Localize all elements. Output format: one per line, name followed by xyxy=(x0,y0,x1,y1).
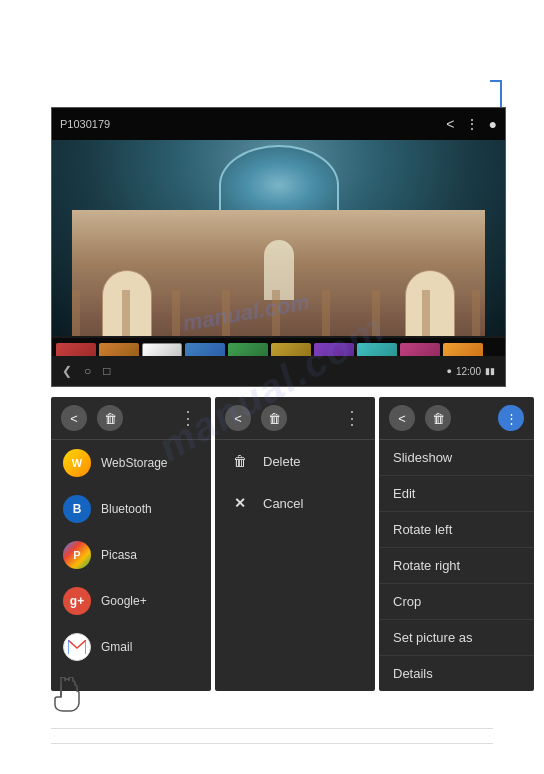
bottom-section xyxy=(51,677,493,744)
delete-header-icon[interactable]: 🗑 xyxy=(97,405,123,431)
bottom-status: ● 12:00 ▮▮ xyxy=(447,366,495,377)
share-icon[interactable]: < xyxy=(446,116,454,132)
set-picture-as-item[interactable]: Set picture as xyxy=(379,620,534,656)
share-menu: < 🗑 ⋮ W WebStorage B Bluetooth P Picasa xyxy=(51,397,211,691)
status-bar-icons: ● xyxy=(447,366,452,376)
googleplus-item[interactable]: g+ Google+ xyxy=(51,578,211,624)
share-header-icon-2[interactable]: < xyxy=(225,405,251,431)
bluetooth-icon: B xyxy=(63,495,91,523)
webstorage-icon: W xyxy=(63,449,91,477)
gallery-bottom-bar: ❮ ○ □ ● 12:00 ▮▮ xyxy=(52,356,505,386)
cancel-action-icon: ✕ xyxy=(229,492,251,514)
home-nav-icon[interactable]: ○ xyxy=(84,364,91,378)
gallery-viewer: P1030179 < ⋮ ● manual.com xyxy=(51,107,506,387)
delete-header-icon-2[interactable]: 🗑 xyxy=(261,405,287,431)
edit-item[interactable]: Edit xyxy=(379,476,534,512)
cathedral-image: manual.com xyxy=(52,140,505,336)
bluetooth-label: Bluetooth xyxy=(101,502,152,516)
share-header-icon-3[interactable]: < xyxy=(389,405,415,431)
googleplus-icon: g+ xyxy=(63,587,91,615)
main-container: manual.com P1030179 < ⋮ ● manual.com xyxy=(0,0,544,774)
more-menu: < 🗑 ⋮ Slideshow Edit Rotate left Rotate … xyxy=(379,397,534,691)
cathedral-walls xyxy=(72,210,485,336)
more-header-icon[interactable]: ⋮ xyxy=(175,405,201,431)
delete-label: Delete xyxy=(263,454,301,469)
googleplus-label: Google+ xyxy=(101,594,147,608)
bottom-divider xyxy=(51,743,493,744)
webstorage-label: WebStorage xyxy=(101,456,168,470)
gmail-item[interactable]: Gmail xyxy=(51,624,211,670)
rotate-right-item[interactable]: Rotate right xyxy=(379,548,534,584)
more-header-icon-2[interactable]: ⋮ xyxy=(339,405,365,431)
cancel-action-item[interactable]: ✕ Cancel xyxy=(215,482,375,524)
rotate-left-item[interactable]: Rotate left xyxy=(379,512,534,548)
slideshow-item[interactable]: Slideshow xyxy=(379,440,534,476)
webstorage-item[interactable]: W WebStorage xyxy=(51,440,211,486)
popup-menus: < 🗑 ⋮ W WebStorage B Bluetooth P Picasa xyxy=(51,397,534,691)
vertical-dots-icon[interactable]: ⋮ xyxy=(465,116,479,132)
bottom-nav-icons: ❮ ○ □ xyxy=(62,364,111,378)
gallery-title: P1030179 xyxy=(60,118,110,130)
share-menu-header: < 🗑 ⋮ xyxy=(51,397,211,440)
cancel-label: Cancel xyxy=(263,496,303,511)
hand-icon-row xyxy=(51,677,493,729)
delete-menu-header: < 🗑 ⋮ xyxy=(215,397,375,440)
more-icon[interactable]: ● xyxy=(489,116,497,132)
status-time: 12:00 xyxy=(456,366,481,377)
annotation-arrow xyxy=(490,80,502,110)
delete-menu: < 🗑 ⋮ 🗑 Delete ✕ Cancel xyxy=(215,397,375,691)
recents-nav-icon[interactable]: □ xyxy=(103,364,110,378)
gallery-toolbar: P1030179 < ⋮ ● xyxy=(52,108,505,140)
hand-icon xyxy=(51,677,83,720)
bluetooth-item[interactable]: B Bluetooth xyxy=(51,486,211,532)
battery-icon: ▮▮ xyxy=(485,366,495,376)
back-nav-icon[interactable]: ❮ xyxy=(62,364,72,378)
more-circle-icon[interactable]: ⋮ xyxy=(498,405,524,431)
delete-header-icon-3[interactable]: 🗑 xyxy=(425,405,451,431)
cathedral-pillars xyxy=(72,290,485,336)
more-menu-header: < 🗑 ⋮ xyxy=(379,397,534,440)
delete-action-icon: 🗑 xyxy=(229,450,251,472)
picasa-label: Picasa xyxy=(101,548,137,562)
picasa-item[interactable]: P Picasa xyxy=(51,532,211,578)
picasa-icon: P xyxy=(63,541,91,569)
share-header-icon[interactable]: < xyxy=(61,405,87,431)
gmail-label: Gmail xyxy=(101,640,132,654)
gallery-icons: < ⋮ ● xyxy=(446,116,497,132)
delete-action-item[interactable]: 🗑 Delete xyxy=(215,440,375,482)
gmail-icon xyxy=(63,633,91,661)
crop-item[interactable]: Crop xyxy=(379,584,534,620)
